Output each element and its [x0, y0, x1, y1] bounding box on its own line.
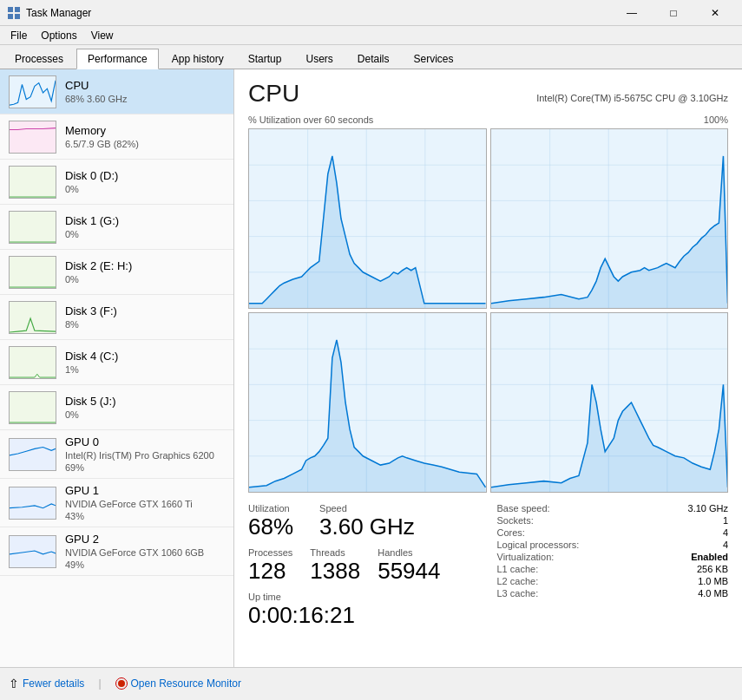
maximize-button[interactable]: □	[653, 0, 693, 26]
window-controls: — □ ✕	[612, 0, 735, 26]
disk5-name: Disk 5 (J:)	[65, 395, 225, 408]
svg-rect-9	[10, 302, 56, 333]
disk3-name: Disk 3 (F:)	[65, 304, 225, 317]
cpu-info: CPU 68% 3.60 GHz	[65, 79, 225, 104]
window-title: Task Manager	[26, 7, 91, 19]
main-content: CPU 68% 3.60 GHz Memory 6.5/7.9 GB (82%)	[0, 69, 742, 667]
disk3-info: Disk 3 (F:) 8%	[65, 304, 225, 330]
cpu-name: CPU	[65, 79, 225, 92]
svg-rect-11	[10, 392, 56, 423]
processes-value: 128	[248, 558, 292, 585]
logical-value: 4	[723, 540, 728, 550]
stats-row-processes-threads-handles: Processes 128 Threads 1388 Handles 55944	[248, 547, 480, 585]
threads-label: Threads	[310, 547, 360, 558]
sidebar-item-memory[interactable]: Memory 6.5/7.9 GB (82%)	[0, 114, 233, 160]
tab-performance[interactable]: Performance	[76, 49, 159, 69]
l2-value: 1.0 MB	[698, 576, 728, 586]
cores-value: 4	[723, 527, 728, 538]
threads-value: 1388	[310, 558, 360, 585]
disk4-thumbnail	[9, 346, 56, 379]
menu-options[interactable]: Options	[34, 28, 83, 43]
sidebar-item-gpu0[interactable]: GPU 0 Intel(R) Iris(TM) Pro Graphics 620…	[0, 430, 233, 479]
spec-l3: L3 cache: 4.0 MB	[497, 588, 729, 599]
svg-rect-12	[10, 439, 56, 470]
uptime-value: 0:00:16:21	[248, 602, 480, 629]
l2-label: L2 cache:	[497, 576, 539, 586]
l1-label: L1 cache:	[497, 564, 539, 574]
sidebar: CPU 68% 3.60 GHz Memory 6.5/7.9 GB (82%)	[0, 69, 234, 667]
chevron-up-icon: ⇧	[9, 677, 19, 690]
disk1-name: Disk 1 (G:)	[65, 214, 225, 227]
sidebar-item-disk5[interactable]: Disk 5 (J:) 0%	[0, 385, 233, 430]
disk0-name: Disk 0 (D:)	[65, 169, 225, 182]
disk5-info: Disk 5 (J:) 0%	[65, 395, 225, 420]
sidebar-item-disk0[interactable]: Disk 0 (D:) 0%	[0, 160, 233, 205]
sidebar-item-disk4[interactable]: Disk 4 (C:) 1%	[0, 340, 233, 385]
sidebar-item-disk3[interactable]: Disk 3 (F:) 8%	[0, 295, 233, 340]
svg-point-51	[118, 680, 125, 687]
disk0-thumbnail	[9, 166, 56, 199]
spec-l1: L1 cache: 256 KB	[497, 564, 729, 574]
cores-label: Cores:	[497, 527, 525, 538]
base-speed-label: Base speed:	[497, 503, 550, 514]
gpu2-info: GPU 2 NVIDIA GeForce GTX 1060 6GB 49%	[65, 533, 225, 570]
fewer-details-link[interactable]: Fewer details	[23, 677, 84, 690]
stats-left: Utilization 68% Speed 3.60 GHz Processes…	[248, 503, 480, 630]
tab-bar: Processes Performance App history Startu…	[0, 45, 742, 69]
graph-max-text: 100%	[704, 114, 728, 125]
cpu-detail-panel: CPU Intel(R) Core(TM) i5-5675C CPU @ 3.1…	[234, 69, 742, 667]
cpu-detail: 68% 3.60 GHz	[65, 94, 225, 104]
separator: |	[98, 677, 101, 690]
gpu1-detail: NVIDIA GeForce GTX 1660 Ti	[65, 499, 225, 509]
tab-processes[interactable]: Processes	[3, 49, 75, 69]
minimize-button[interactable]: —	[612, 0, 652, 26]
resource-monitor-link[interactable]: Open Resource Monitor	[131, 677, 241, 690]
sidebar-item-gpu1[interactable]: GPU 1 NVIDIA GeForce GTX 1660 Ti 43%	[0, 479, 233, 527]
disk1-detail: 0%	[65, 229, 225, 239]
svg-rect-5	[10, 121, 56, 153]
tab-users[interactable]: Users	[294, 49, 344, 69]
stat-processes: Processes 128	[248, 547, 292, 585]
stats-row-utilization-speed: Utilization 68% Speed 3.60 GHz	[248, 503, 480, 540]
menu-view[interactable]: View	[84, 28, 121, 43]
menu-file[interactable]: File	[3, 28, 34, 43]
disk2-name: Disk 2 (E: H:)	[65, 259, 225, 272]
disk3-detail: 8%	[65, 319, 225, 330]
svg-rect-0	[8, 7, 13, 12]
tab-app-history[interactable]: App history	[161, 49, 235, 69]
svg-rect-8	[10, 257, 56, 288]
processes-label: Processes	[248, 547, 292, 558]
memory-info: Memory 6.5/7.9 GB (82%)	[65, 124, 225, 149]
base-speed-value: 3.10 GHz	[688, 503, 728, 514]
gpu0-thumbnail	[9, 438, 56, 471]
disk0-detail: 0%	[65, 184, 225, 194]
stat-uptime: Up time 0:00:16:21	[248, 592, 480, 629]
resource-monitor-container: Open Resource Monitor	[115, 677, 241, 690]
disk5-thumbnail	[9, 391, 56, 424]
gpu1-pct: 43%	[65, 511, 225, 521]
stat-speed: Speed 3.60 GHz	[319, 503, 415, 540]
handles-label: Handles	[378, 547, 440, 558]
cpu-header: CPU Intel(R) Core(TM) i5-5675C CPU @ 3.1…	[248, 80, 728, 108]
tab-startup[interactable]: Startup	[237, 49, 293, 69]
memory-detail: 6.5/7.9 GB (82%)	[65, 139, 225, 149]
sockets-value: 1	[723, 515, 728, 526]
app-icon	[7, 6, 21, 20]
close-button[interactable]: ✕	[695, 0, 735, 26]
speed-label: Speed	[319, 503, 415, 514]
spec-cores: Cores: 4	[497, 527, 729, 538]
tab-services[interactable]: Services	[403, 49, 465, 69]
disk2-thumbnail	[9, 256, 56, 289]
cpu-graph-1	[248, 128, 487, 309]
svg-rect-6	[10, 167, 56, 198]
disk4-name: Disk 4 (C:)	[65, 350, 225, 363]
sidebar-item-cpu[interactable]: CPU 68% 3.60 GHz	[0, 69, 233, 114]
sidebar-item-disk1[interactable]: Disk 1 (G:) 0%	[0, 205, 233, 250]
sidebar-item-gpu2[interactable]: GPU 2 NVIDIA GeForce GTX 1060 6GB 49%	[0, 527, 233, 576]
sidebar-item-disk2[interactable]: Disk 2 (E: H:) 0%	[0, 250, 233, 295]
disk5-detail: 0%	[65, 409, 225, 420]
tab-details[interactable]: Details	[346, 49, 401, 69]
stats-section: Utilization 68% Speed 3.60 GHz Processes…	[248, 503, 728, 630]
l3-label: L3 cache:	[497, 588, 539, 599]
disk1-info: Disk 1 (G:) 0%	[65, 214, 225, 239]
